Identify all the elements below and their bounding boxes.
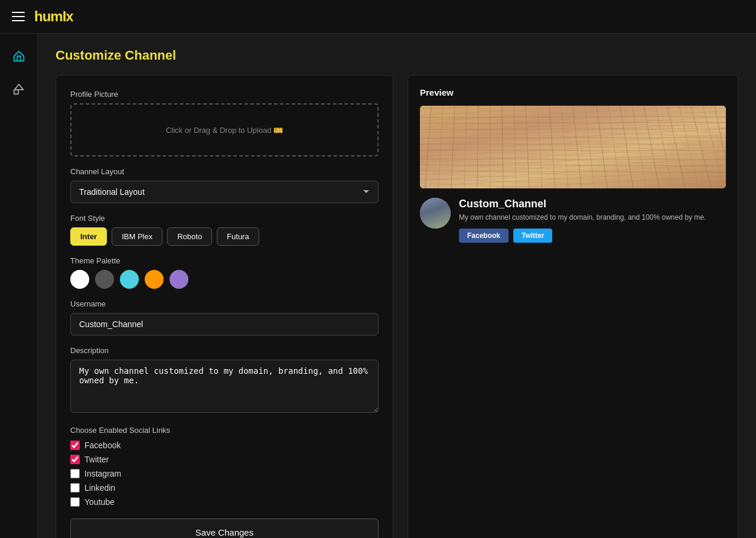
- svg-line-32: [420, 138, 726, 138]
- checkbox-linkedin[interactable]: [70, 483, 80, 493]
- sidebar-item-home[interactable]: [8, 45, 30, 67]
- svg-line-14: [549, 106, 555, 188]
- checkbox-youtube[interactable]: [70, 497, 80, 507]
- two-column-layout: Profile Picture Click or Drag & Drop to …: [56, 75, 738, 538]
- svg-line-30: [420, 122, 726, 123]
- font-btn-inter[interactable]: Inter: [70, 227, 107, 246]
- svg-line-27: [703, 106, 724, 188]
- upload-placeholder-text: Click or Drag & Drop to Upload 🎫: [166, 126, 283, 135]
- font-btn-roboto[interactable]: Roboto: [167, 227, 212, 246]
- svg-line-28: [715, 106, 726, 165]
- sidebar: [0, 34, 38, 538]
- svg-line-41: [435, 208, 444, 229]
- upload-area[interactable]: Click or Drag & Drop to Upload 🎫: [70, 103, 379, 156]
- channel-layout-select[interactable]: Traditional Layout Modern Layout Grid La…: [70, 181, 379, 203]
- svg-line-36: [420, 165, 726, 166]
- svg-line-31: [420, 129, 726, 129]
- checkbox-item-linkedin[interactable]: Linkedin: [70, 483, 379, 493]
- svg-line-19: [608, 106, 620, 188]
- description-textarea[interactable]: My own channel customized to my domain, …: [70, 360, 379, 413]
- theme-palette-label: Theme Palette: [70, 256, 379, 265]
- svg-rect-2: [420, 106, 726, 188]
- font-style-label: Font Style: [70, 214, 379, 223]
- social-links-section: Choose Enabled Social Links Facebook Twi…: [70, 426, 379, 507]
- description-label: Description: [70, 346, 379, 355]
- channel-layout-section: Channel Layout Traditional Layout Modern…: [70, 167, 379, 203]
- checkbox-facebook[interactable]: [70, 441, 80, 450]
- preview-channel-details: Custom_Channel My own channel customized…: [459, 198, 706, 243]
- badge-facebook[interactable]: Facebook: [459, 229, 509, 243]
- form-panel: Profile Picture Click or Drag & Drop to …: [56, 75, 393, 538]
- username-input[interactable]: [70, 313, 379, 335]
- preview-avatar: [420, 198, 451, 229]
- preview-channel-name: Custom_Channel: [459, 198, 706, 210]
- preview-channel-info: Custom_Channel My own channel customized…: [420, 198, 726, 243]
- svg-line-26: [691, 106, 711, 188]
- svg-line-18: [597, 106, 607, 188]
- logo-accent: I: [63, 8, 66, 24]
- svg-rect-3: [420, 106, 726, 188]
- svg-line-23: [656, 106, 672, 188]
- checkbox-twitter[interactable]: [70, 455, 80, 464]
- preview-panel: Preview: [408, 75, 738, 538]
- svg-line-40: [427, 208, 435, 229]
- svg-line-10: [502, 106, 503, 188]
- badge-twitter[interactable]: Twitter: [513, 229, 552, 243]
- svg-line-29: [420, 116, 726, 118]
- svg-rect-0: [14, 90, 18, 94]
- checkbox-label-instagram: Instagram: [84, 469, 121, 478]
- svg-line-17: [585, 106, 594, 188]
- svg-line-20: [620, 106, 633, 188]
- preview-banner: [420, 106, 726, 188]
- color-orange[interactable]: [145, 270, 164, 289]
- checkbox-item-facebook[interactable]: Facebook: [70, 441, 379, 450]
- preview-title: Preview: [420, 87, 726, 97]
- hamburger-icon[interactable]: [12, 12, 25, 21]
- font-buttons-group: Inter IBM Plex Roboto Futura: [70, 227, 379, 246]
- color-gray[interactable]: [95, 270, 114, 289]
- svg-point-46: [438, 201, 444, 207]
- profile-picture-section: Profile Picture Click or Drag & Drop to …: [70, 90, 379, 156]
- checkbox-item-youtube[interactable]: Youtube: [70, 497, 379, 507]
- theme-palette-section: Theme Palette: [70, 256, 379, 289]
- color-white[interactable]: [70, 270, 89, 289]
- svg-point-38: [420, 198, 451, 229]
- app-body: Customize Channel Profile Picture Click …: [0, 34, 756, 538]
- social-checkbox-list: Facebook Twitter Instagram Linkedin: [70, 441, 379, 507]
- color-cyan[interactable]: [120, 270, 139, 289]
- svg-rect-45: [420, 198, 451, 208]
- svg-line-5: [438, 106, 443, 188]
- svg-line-34: [420, 150, 726, 151]
- svg-rect-39: [420, 217, 451, 229]
- checkbox-label-linkedin: Linkedin: [84, 483, 115, 493]
- svg-marker-1: [14, 84, 23, 90]
- checkbox-label-youtube: Youtube: [84, 497, 115, 507]
- font-btn-futura[interactable]: Futura: [217, 227, 259, 246]
- svg-line-15: [561, 106, 568, 188]
- page-title: Customize Channel: [56, 48, 738, 63]
- social-links-label: Choose Enabled Social Links: [70, 426, 379, 435]
- checkbox-item-instagram[interactable]: Instagram: [70, 469, 379, 478]
- svg-line-24: [667, 106, 685, 188]
- checkbox-item-twitter[interactable]: Twitter: [70, 455, 379, 464]
- svg-line-21: [632, 106, 646, 188]
- font-btn-ibmplex[interactable]: IBM Plex: [112, 227, 162, 246]
- channel-layout-label: Channel Layout: [70, 167, 379, 176]
- svg-line-12: [526, 106, 529, 188]
- color-palette: [70, 270, 379, 289]
- app-logo: humIx: [34, 8, 73, 25]
- preview-channel-desc: My own channel customized to my domain, …: [459, 213, 706, 223]
- username-section: Username: [70, 299, 379, 335]
- svg-line-22: [644, 106, 659, 188]
- checkbox-instagram[interactable]: [70, 469, 80, 478]
- svg-line-37: [420, 171, 726, 172]
- svg-line-13: [537, 106, 542, 188]
- svg-line-6: [451, 106, 455, 188]
- font-style-section: Font Style Inter IBM Plex Roboto Futura: [70, 214, 379, 246]
- save-changes-button[interactable]: Save Changes: [70, 519, 379, 538]
- main-content: Customize Channel Profile Picture Click …: [38, 34, 756, 538]
- sidebar-item-shapes[interactable]: [8, 79, 30, 100]
- color-purple[interactable]: [170, 270, 188, 289]
- username-label: Username: [70, 299, 379, 308]
- profile-picture-label: Profile Picture: [70, 90, 379, 99]
